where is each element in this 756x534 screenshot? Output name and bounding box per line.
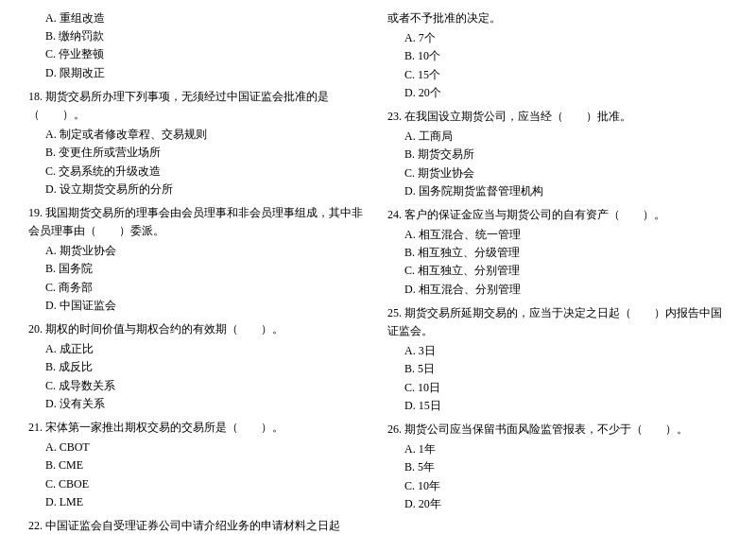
option-A-reorg: A. 重组改造 [28,9,369,27]
q21-option-A: A. CBOT [28,439,369,456]
q24-option-B: B. 相互独立、分级管理 [387,244,728,262]
q24-option-A: A. 相互混合、统一管理 [387,226,728,244]
q25-text: 25. 期货交易所延期交易的，应当于决定之日起（ ）内报告中国证监会。 [387,304,728,340]
q19-option-C: C. 商务部 [28,279,369,297]
q25-option-B: B. 5日 [387,360,728,378]
q18-text: 18. 期货交易所办理下列事项，无须经过中国证监会批准的是（ ）。 [28,88,369,124]
option-D-limit: D. 限期改正 [28,64,369,82]
q22-option-A: A. 7个 [387,29,728,47]
question-20: 20. 期权的时间价值与期权合约的有效期（ ）。 A. 成正比 B. 成反比 C… [28,320,369,413]
q18-option-B: B. 变更住所或营业场所 [28,144,369,162]
q25-option-C: C. 10日 [387,379,728,397]
q21-option-D: D. LME [28,493,369,511]
q26-option-B: B. 5年 [387,458,728,476]
q23-option-B: B. 期货交易所 [387,146,728,164]
two-column-layout: A. 重组改造 B. 缴纳罚款 C. 停业整顿 D. 限期改正 18. 期货交易… [28,9,728,534]
top-options-right: 或者不予批准的决定。 A. 7个 B. 10个 C. 15个 D. 20个 [387,9,728,102]
q26-option-C: C. 10年 [387,477,728,495]
q19-option-A: A. 期货业协会 [28,242,369,260]
question-24: 24. 客户的保证金应当与期货公司的自有资产（ ）。 A. 相互混合、统一管理 … [387,206,728,299]
option-B-fine: B. 缴纳罚款 [28,27,369,45]
q23-option-A: A. 工商局 [387,128,728,146]
q26-text: 26. 期货公司应当保留书面风险监管报表，不少于（ ）。 [387,421,728,439]
q20-option-D: D. 没有关系 [28,395,369,413]
q18-option-A: A. 制定或者修改章程、交易规则 [28,126,369,144]
q26-option-D: D. 20年 [387,495,728,513]
q19-text: 19. 我国期货交易所的理事会由会员理事和非会员理事组成，其中非会员理事由（ ）… [28,204,369,240]
q24-option-D: D. 相互混合、分别管理 [387,281,728,299]
q21-option-C: C. CBOE [28,475,369,493]
q21-text: 21. 宋体第一家推出期权交易的交易所是（ ）。 [28,419,369,437]
question-22: 22. 中国证监会自受理证券公司中请介绍业务的申请材料之日起（ ）工作日内，作出… [28,517,369,534]
question-18: 18. 期货交易所办理下列事项，无须经过中国证监会批准的是（ ）。 A. 制定或… [28,88,369,198]
q18-option-D: D. 设立期货交易所的分所 [28,181,369,198]
question-23: 23. 在我国设立期货公司，应当经（ ）批准。 A. 工商局 B. 期货交易所 … [387,108,728,200]
q23-option-C: C. 期货业协会 [387,164,728,182]
q23-text: 23. 在我国设立期货公司，应当经（ ）批准。 [387,108,728,126]
right-column: 或者不予批准的决定。 A. 7个 B. 10个 C. 15个 D. 20个 23… [378,9,728,534]
q26-option-A: A. 1年 [387,440,728,458]
q24-text: 24. 客户的保证金应当与期货公司的自有资产（ ）。 [387,206,728,224]
q22-continuation: 或者不予批准的决定。 [387,9,728,27]
q18-option-C: C. 交易系统的升级改造 [28,163,369,181]
left-column: A. 重组改造 B. 缴纳罚款 C. 停业整顿 D. 限期改正 18. 期货交易… [28,9,378,534]
q25-option-D: D. 15日 [387,397,728,415]
option-C-suspend: C. 停业整顿 [28,45,369,63]
q19-option-B: B. 国务院 [28,260,369,278]
question-26: 26. 期货公司应当保留书面风险监管报表，不少于（ ）。 A. 1年 B. 5年… [387,421,728,513]
question-19: 19. 我国期货交易所的理事会由会员理事和非会员理事组成，其中非会员理事由（ ）… [28,204,369,315]
q22-option-D: D. 20个 [387,84,728,102]
q23-option-D: D. 国务院期货监督管理机构 [387,182,728,200]
q20-option-A: A. 成正比 [28,340,369,358]
q25-option-A: A. 3日 [387,342,728,360]
q19-option-D: D. 中国证监会 [28,297,369,315]
q24-option-C: C. 相互独立、分别管理 [387,262,728,280]
question-21: 21. 宋体第一家推出期权交易的交易所是（ ）。 A. CBOT B. CME … [28,419,369,511]
q22-option-B: B. 10个 [387,47,728,65]
q20-option-C: C. 成导数关系 [28,377,369,395]
page: A. 重组改造 B. 缴纳罚款 C. 停业整顿 D. 限期改正 18. 期货交易… [28,9,728,534]
q20-text: 20. 期权的时间价值与期权合约的有效期（ ）。 [28,320,369,338]
q20-option-B: B. 成反比 [28,358,369,376]
q22-option-C: C. 15个 [387,66,728,84]
q21-option-B: B. CME [28,456,369,474]
q22-text: 22. 中国证监会自受理证券公司中请介绍业务的申请材料之日起（ ）工作日内，作出… [28,517,369,534]
top-options-left: A. 重组改造 B. 缴纳罚款 C. 停业整顿 D. 限期改正 [28,9,369,82]
question-25: 25. 期货交易所延期交易的，应当于决定之日起（ ）内报告中国证监会。 A. 3… [387,304,728,415]
